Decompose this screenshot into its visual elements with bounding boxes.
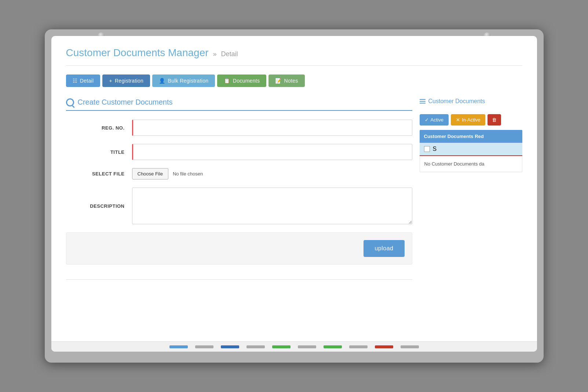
tab-detail[interactable]: ☷ Detail [66, 75, 101, 87]
file-name-display: No file chosen [173, 171, 203, 177]
bottom-bar-item-4 [246, 345, 265, 348]
table-header: Customer Documents Red [420, 130, 522, 143]
trash-icon: 🗑 [492, 117, 497, 123]
form-section: Create Customer Documents REG. NO. TITLE [66, 98, 412, 280]
tab-documents-label: Documents [233, 78, 260, 84]
bottom-bar [51, 341, 537, 352]
form-footer: upload [66, 232, 412, 265]
description-input[interactable] [132, 188, 412, 224]
bottom-bar-item-10 [401, 345, 419, 348]
upload-button[interactable]: upload [364, 240, 404, 257]
x-icon: ✕ [456, 117, 460, 123]
page-title: Customer Documents Manager [66, 47, 209, 59]
tab-notes-label: Notes [284, 78, 298, 84]
page-bottom-border [66, 279, 412, 280]
bottom-bar-item-8 [349, 345, 368, 348]
form-row-reg-no: REG. NO. [66, 120, 412, 136]
breadcrumb-detail: Detail [221, 50, 238, 58]
check-icon: ✓ [425, 117, 429, 123]
grid-icon: ☷ [73, 78, 77, 84]
tab-registration-label: Registration [115, 78, 143, 84]
right-panel: Customer Documents ✓ Active ✕ In-Active … [412, 98, 522, 280]
table-checkbox[interactable] [424, 146, 430, 152]
active-btn-label: Active [431, 117, 443, 123]
bottom-bar-item-9 [375, 345, 393, 348]
bottom-bar-item-3 [221, 345, 239, 348]
tab-notes[interactable]: 📝 Notes [269, 75, 304, 87]
bottom-bar-item-7 [324, 345, 342, 348]
inactive-button[interactable]: ✕ In-Active [451, 114, 486, 126]
plus-icon: + [109, 78, 112, 84]
description-label: DESCRIPTION [66, 203, 132, 209]
tab-detail-label: Detail [80, 78, 94, 84]
bottom-bar-item-6 [298, 345, 316, 348]
right-panel-actions: ✓ Active ✕ In-Active 🗑 [420, 114, 522, 126]
active-button[interactable]: ✓ Active [420, 114, 449, 126]
tab-documents[interactable]: 📋 Documents [217, 75, 266, 87]
bottom-bar-item-5 [272, 345, 291, 348]
table-empty-message: No Customer Documents da [420, 156, 522, 172]
tab-bulk-registration[interactable]: 👤 Bulk Registration [152, 75, 215, 87]
note-icon: 📝 [275, 78, 281, 84]
right-panel-header: Customer Documents [420, 98, 522, 109]
right-panel-title: Customer Documents [428, 98, 485, 105]
reg-no-input[interactable] [132, 120, 412, 136]
select-file-label: SELECT FILE [66, 171, 132, 177]
users-icon: 👤 [159, 78, 165, 84]
choose-file-button[interactable]: Choose File [132, 168, 168, 179]
form-row-file: SELECT FILE Choose File No file chosen [66, 168, 412, 179]
inactive-btn-label: In-Active [462, 117, 481, 123]
tab-registration[interactable]: + Registration [102, 75, 150, 87]
bottom-bar-item-2 [195, 345, 213, 348]
form-row-title: TITLE [66, 144, 412, 160]
page-header: Customer Documents Manager » Detail [66, 47, 522, 66]
tab-bulk-label: Bulk Registration [168, 78, 209, 84]
section-title: Create Customer Documents [66, 98, 412, 111]
file-input-wrapper: Choose File No file chosen [132, 168, 412, 179]
table-subheader-col: S [433, 146, 437, 152]
nav-tabs: ☷ Detail + Registration 👤 Bulk Registrat… [66, 75, 522, 87]
table-subheader: S [420, 143, 522, 156]
reg-no-label: REG. NO. [66, 125, 132, 131]
list-icon [420, 99, 426, 104]
section-title-text: Create Customer Documents [78, 98, 173, 106]
title-input[interactable] [132, 144, 412, 160]
breadcrumb-separator: » [213, 50, 217, 58]
form-row-description: DESCRIPTION [66, 188, 412, 224]
search-icon [66, 98, 74, 106]
title-label: TITLE [66, 149, 132, 155]
copy-icon: 📋 [224, 78, 230, 84]
delete-button[interactable]: 🗑 [487, 114, 501, 126]
bottom-bar-item-1 [169, 345, 188, 348]
main-layout: Create Customer Documents REG. NO. TITLE [66, 98, 522, 280]
